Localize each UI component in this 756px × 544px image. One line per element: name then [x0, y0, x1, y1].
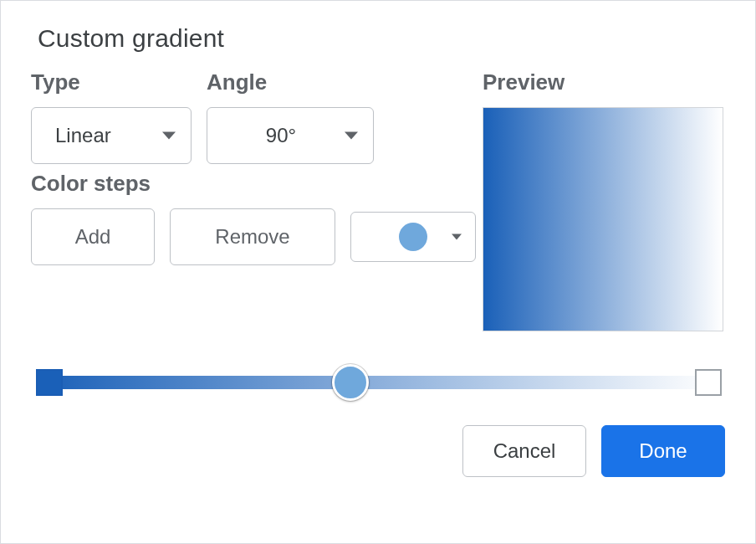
angle-label: Angle — [207, 69, 374, 95]
remove-button[interactable]: Remove — [170, 208, 335, 265]
cancel-button[interactable]: Cancel — [462, 425, 586, 477]
chevron-down-icon — [162, 132, 176, 140]
color-swatch-icon — [399, 223, 427, 251]
chevron-down-icon — [345, 132, 358, 140]
preview-box — [483, 107, 723, 331]
gradient-handle[interactable] — [332, 364, 369, 401]
custom-gradient-panel: Custom gradient Type Linear Angle 90° — [0, 0, 756, 544]
color-steps-label: Color steps — [31, 171, 483, 197]
angle-select[interactable]: 90° — [207, 107, 374, 164]
angle-field: Angle 90° — [207, 69, 374, 164]
gradient-stop-end[interactable] — [695, 369, 722, 396]
type-value: Linear — [50, 124, 154, 147]
upper-section: Type Linear Angle 90° Color steps Add — [31, 69, 725, 331]
type-select[interactable]: Linear — [31, 107, 192, 164]
controls-column: Type Linear Angle 90° Color steps Add — [31, 69, 483, 265]
type-field: Type Linear — [31, 69, 192, 164]
slider-track — [39, 376, 717, 389]
color-select[interactable] — [350, 212, 476, 262]
preview-column: Preview — [483, 69, 725, 331]
footer: Cancel Done — [31, 425, 725, 477]
type-label: Type — [31, 69, 192, 95]
color-steps-row: Add Remove — [31, 208, 483, 265]
chevron-down-icon — [452, 234, 462, 240]
panel-title: Custom gradient — [31, 24, 725, 53]
add-button[interactable]: Add — [31, 208, 155, 265]
gradient-slider[interactable] — [31, 362, 725, 403]
done-button[interactable]: Done — [601, 425, 725, 477]
type-angle-row: Type Linear Angle 90° — [31, 69, 483, 164]
angle-value: 90° — [226, 124, 336, 147]
preview-label: Preview — [483, 69, 725, 95]
gradient-stop-start[interactable] — [36, 369, 63, 396]
